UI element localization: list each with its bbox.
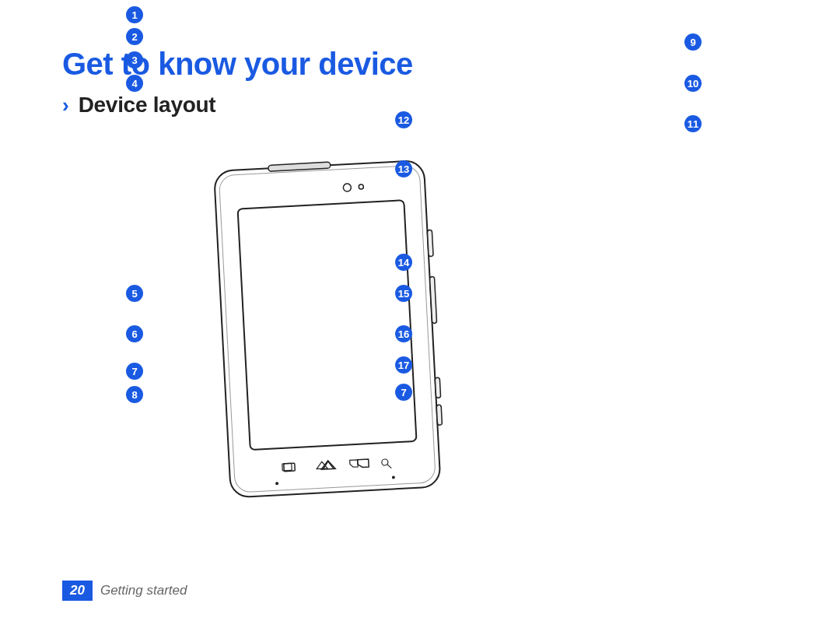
callout-17: 17 bbox=[395, 356, 412, 374]
callout-4: 4 bbox=[126, 75, 143, 92]
callout-2: 2 bbox=[126, 28, 143, 45]
subheading-row: › Device layout bbox=[62, 93, 778, 118]
callout-5: 5 bbox=[126, 285, 143, 302]
diagram-svg bbox=[54, 136, 770, 572]
section-label: Getting started bbox=[100, 583, 187, 598]
page-title: Get to know your device bbox=[62, 47, 778, 82]
subheading: Device layout bbox=[79, 93, 216, 118]
chevron-right-icon: › bbox=[62, 95, 69, 115]
svg-rect-15 bbox=[435, 377, 440, 398]
svg-rect-16 bbox=[436, 405, 442, 425]
callout-9: 9 bbox=[684, 33, 702, 51]
manual-page: Get to know your device › Device layout bbox=[0, 0, 840, 621]
callout-16: 16 bbox=[395, 325, 412, 342]
svg-rect-3 bbox=[238, 200, 417, 450]
page-number: 20 bbox=[62, 581, 93, 601]
svg-rect-13 bbox=[427, 230, 433, 256]
callout-10: 10 bbox=[684, 75, 702, 92]
callout-7b: 7 bbox=[395, 384, 412, 401]
callout-11: 11 bbox=[684, 115, 702, 132]
callout-3: 3 bbox=[126, 51, 143, 68]
callout-6: 6 bbox=[126, 325, 143, 342]
device-layout-diagram bbox=[54, 136, 770, 572]
page-footer: 20 Getting started bbox=[62, 581, 187, 601]
callout-13: 13 bbox=[395, 160, 412, 177]
callout-8: 8 bbox=[126, 386, 143, 403]
callout-15: 15 bbox=[395, 285, 412, 302]
callout-14: 14 bbox=[395, 254, 412, 271]
callout-7: 7 bbox=[126, 363, 143, 380]
callout-12: 12 bbox=[395, 111, 412, 128]
callout-1: 1 bbox=[126, 6, 143, 23]
